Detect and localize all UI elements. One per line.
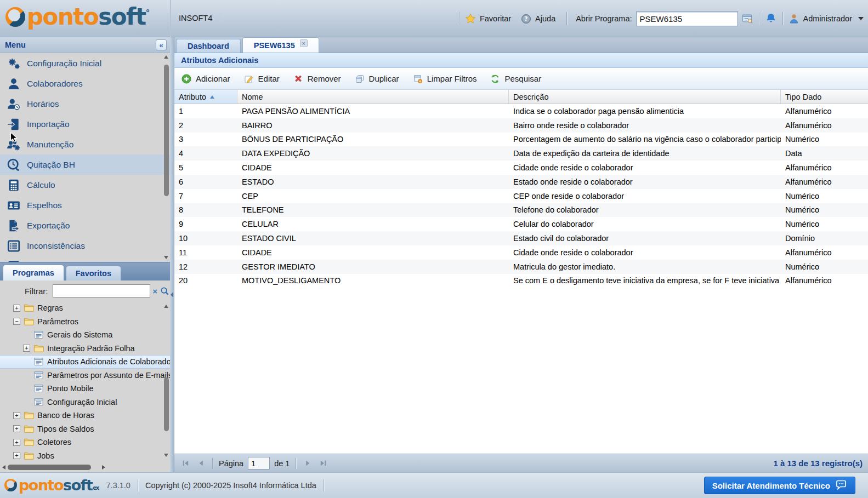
tree-item-parametros[interactable]: −Parâmetros — [0, 315, 170, 329]
sidebar-splitter[interactable] — [170, 37, 174, 472]
tree-item-configuracao-inicial[interactable]: Configuração Inicial — [0, 396, 170, 409]
tree-item-atributos-adicionais-de-colaborado[interactable]: Atributos Adicionais de Colaborado — [0, 355, 170, 369]
tree-scroll-down[interactable] — [163, 454, 169, 457]
tab-dashboard[interactable]: Dashboard — [176, 39, 241, 53]
tree-expander-plus-icon[interactable]: + — [13, 439, 20, 446]
menu-item-calculo[interactable]: Cálculo — [0, 175, 170, 195]
tree-item-parametros-por-assunto-de-e-mails[interactable]: Parâmetros por Assunto de E-mails — [0, 369, 170, 382]
table-row[interactable]: 10ESTADO CIVILEstado civil do colaborado… — [174, 231, 868, 245]
menu-item-quitacao-bh[interactable]: Quitação BH — [0, 154, 170, 175]
remover-button[interactable]: Remover — [293, 74, 341, 84]
column-header-tipo-dado[interactable]: Tipo Dado — [781, 90, 868, 104]
table-row[interactable]: 20MOTIVO_DESLIGAMENTOSe com E o desligam… — [174, 274, 868, 288]
support-button-label: Solicitar Atendimento Técnico — [712, 481, 830, 490]
table-row[interactable]: 4DATA EXPEDIÇÃOData de expedição da cart… — [174, 146, 868, 161]
table-row[interactable]: 8TELEFONETelefone do colaboradorNumérico — [174, 203, 868, 217]
tree-expander-plus-icon[interactable]: + — [13, 305, 20, 312]
column-header-nome[interactable]: Nome — [237, 90, 509, 104]
table-cell: PAGA PENSÃO ALIMENTÍCIA — [237, 104, 509, 118]
page-input[interactable] — [248, 457, 270, 470]
menu-item-partial[interactable] — [0, 256, 170, 262]
prev-page-icon[interactable] — [195, 458, 206, 469]
table-cell: Numérico — [781, 133, 868, 147]
filter-input[interactable] — [53, 284, 150, 297]
column-header-descricao[interactable]: Descrição — [509, 90, 781, 104]
duplicar-button[interactable]: Duplicar — [355, 74, 399, 84]
hscroll-thumb[interactable] — [8, 465, 91, 470]
tree-item-tipos-de-saldos[interactable]: +Tipos de Saldos — [0, 422, 170, 436]
column-header-atributo[interactable]: Atributo — [174, 90, 237, 104]
notifications-button[interactable] — [765, 13, 777, 25]
tree-scrollbar-thumb[interactable] — [163, 376, 169, 432]
tree-expander-minus-icon[interactable]: − — [13, 318, 20, 325]
table-cell: Numérico — [781, 203, 868, 217]
sidebar-tab-favoritos[interactable]: Favoritos — [66, 266, 121, 281]
favorite-button[interactable]: Favoritar — [465, 13, 511, 24]
tree-item-label: Configuração Inicial — [47, 398, 117, 407]
menu-item-espelhos[interactable]: Espelhos — [0, 195, 170, 215]
menu-item-label: Espelhos — [27, 201, 62, 210]
folder-icon — [24, 304, 34, 312]
menu-scrollbar-thumb[interactable] — [163, 63, 169, 198]
program-search-icon[interactable] — [742, 13, 753, 25]
table-row[interactable]: 7CEPCEP onde reside o colaboradorNuméric… — [174, 189, 868, 203]
menu-item-manutencao[interactable]: Manutenção — [0, 134, 170, 154]
tab-psew6135[interactable]: PSEW6135× — [242, 37, 319, 53]
limpar-filtros-button[interactable]: Limpar Filtros — [413, 74, 477, 84]
menu-item-colaboradores[interactable]: Colaboradores — [0, 73, 170, 94]
menu-scroll-up[interactable] — [163, 55, 169, 59]
table-row[interactable]: 9CELULARCelular do colaboradorNumérico — [174, 217, 868, 231]
menu-item-inconsistencias[interactable]: Inconsistências — [0, 236, 170, 256]
table-row[interactable]: 5CIDADECidade onde reside o colaboradorA… — [174, 161, 868, 175]
first-page-icon[interactable] — [180, 458, 191, 469]
tree-expander-plus-icon[interactable]: + — [13, 425, 20, 432]
tree-item-coletores[interactable]: +Coletores — [0, 436, 170, 449]
table-row[interactable]: 12GESTOR IMEDIATOMatricula do gestor ime… — [174, 260, 868, 274]
tree-item-jobs[interactable]: +Jobs — [0, 449, 170, 463]
table-row[interactable]: 2BAIRROBairro onde reside o colaboradorA… — [174, 118, 868, 133]
table-row[interactable]: 3BÔNUS DE PARTICIPAÇÃOPorcentagem de aum… — [174, 133, 868, 147]
scroll-left-icon[interactable] — [2, 465, 5, 470]
table-cell: 5 — [174, 161, 237, 175]
toolbar-button-label: Adicionar — [196, 74, 230, 83]
scroll-right-icon[interactable] — [102, 465, 105, 470]
tree-item-banco-de-horas[interactable]: +Banco de Horas — [0, 409, 170, 422]
menu-item-exportacao[interactable]: Exportação — [0, 215, 170, 236]
next-page-icon[interactable] — [302, 458, 313, 469]
menu-item-horarios[interactable]: Horários — [0, 94, 170, 114]
filter-search-icon[interactable] — [160, 284, 170, 297]
table-row[interactable]: 1PAGA PENSÃO ALIMENTÍCIAIndica se o cola… — [174, 104, 868, 118]
collapse-sidebar-button[interactable]: « — [156, 39, 167, 50]
tree-item-integracao-padrao-folha[interactable]: +Integração Padrão Folha — [0, 342, 170, 356]
user-menu[interactable]: Administrador — [788, 13, 864, 24]
tree-item-label: Integração Padrão Folha — [47, 344, 135, 353]
last-page-icon[interactable] — [317, 458, 328, 469]
editar-button[interactable]: Editar — [244, 74, 280, 84]
tree-scroll-up[interactable] — [163, 305, 169, 308]
table-row[interactable]: 6ESTADOEstado onde reside o colaboradorA… — [174, 175, 868, 189]
table-cell: Se com E o desligamento teve iniciativa … — [509, 274, 781, 288]
menu-item-configuracao-inicial[interactable]: Configuração Inicial — [0, 53, 170, 73]
tree-item-regras[interactable]: +Regras — [0, 301, 170, 315]
adicionar-button[interactable]: Adicionar — [181, 74, 230, 84]
filter-label: Filtrar: — [25, 287, 48, 296]
tree-horizontal-scrollbar[interactable] — [0, 464, 170, 471]
pesquisar-button[interactable]: Pesquisar — [490, 74, 541, 84]
tree-item-ponto-mobile[interactable]: Ponto Mobile — [0, 382, 170, 396]
tree-expander-plus-icon[interactable]: + — [13, 412, 20, 419]
splitter-collapse-icon — [171, 292, 173, 297]
close-icon[interactable]: × — [300, 39, 308, 47]
filter-clear-icon[interactable]: × — [150, 284, 160, 297]
help-button[interactable]: ? Ajuda — [521, 14, 555, 24]
filter-row: Filtrar: × — [0, 281, 170, 301]
support-button[interactable]: Solicitar Atendimento Técnico — [704, 477, 855, 494]
table-row[interactable]: 11CIDADECidade onde reside o colaborador… — [174, 245, 868, 260]
open-program-input[interactable] — [636, 12, 738, 26]
table-cell: 2 — [174, 118, 237, 133]
tree-expander-plus-icon[interactable]: + — [13, 452, 20, 459]
tree-expander-plus-icon[interactable]: + — [23, 345, 30, 352]
menu-scroll-down[interactable] — [163, 256, 169, 259]
tree-item-gerais-do-sistema[interactable]: Gerais do Sistema — [0, 328, 170, 342]
sidebar-tab-programas[interactable]: Programas — [3, 265, 64, 281]
menu-item-importacao[interactable]: Importação — [0, 114, 170, 134]
